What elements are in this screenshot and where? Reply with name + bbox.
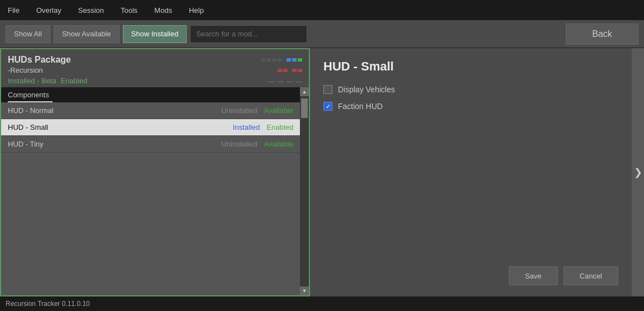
display-vehicles-label: Display Vehicles (338, 85, 395, 94)
option-row-display-vehicles: Display Vehicles (323, 85, 618, 94)
package-status-enabled: Enabled (61, 77, 88, 85)
component-avail-hud-normal: Available (264, 106, 293, 115)
faction-hud-label: Faction HUD (338, 102, 383, 111)
scroll-down-arrow[interactable]: ▼ (300, 286, 309, 295)
search-input[interactable] (190, 25, 307, 43)
display-vehicles-checkbox[interactable] (323, 85, 332, 94)
show-available-button[interactable]: Show Available (54, 25, 120, 43)
scroll-thumb[interactable] (301, 98, 308, 118)
menu-overlay[interactable]: Overlay (33, 4, 65, 17)
component-install-hud-normal: Uninstalled (221, 106, 257, 115)
component-name-hud-tiny: HUD - Tiny (8, 140, 221, 148)
component-avail-hud-small: Enabled (266, 123, 293, 131)
package-version-bars (261, 58, 302, 62)
package-dash-indicator: — — — — (269, 78, 302, 84)
menu-help[interactable]: Help (185, 4, 207, 17)
components-list: HUD - Normal Uninstalled Available HUD -… (1, 102, 300, 295)
left-scrollbar: ▲ ▼ (300, 87, 309, 295)
menu-session[interactable]: Session (75, 4, 107, 17)
action-buttons: Save Cancel (323, 266, 618, 285)
option-row-faction-hud: Faction HUD (323, 102, 618, 111)
detail-title: HUD - Small (323, 59, 618, 74)
component-avail-hud-tiny: Available (264, 140, 293, 148)
components-label: Components (8, 91, 49, 99)
package-sub-name: -Recursion (8, 66, 43, 74)
menu-bar: File Overlay Session Tools Mods Help (0, 0, 644, 20)
components-main: Components HUD - Normal Uninstalled Avai… (1, 87, 300, 295)
component-name-hud-small: HUD - Small (8, 123, 233, 131)
components-area: Components HUD - Normal Uninstalled Avai… (1, 87, 309, 295)
component-row-hud-normal[interactable]: HUD - Normal Uninstalled Available (1, 102, 300, 119)
show-installed-button[interactable]: Show Installed (123, 25, 187, 43)
components-section: Components HUD - Normal Uninstalled Avai… (1, 87, 300, 295)
left-panel: HUDs Package -Recursion (0, 48, 310, 296)
component-row-hud-tiny[interactable]: HUD - Tiny Uninstalled Available (1, 136, 300, 153)
package-sub-row: -Recursion (8, 66, 302, 74)
package-status-beta: Installed - Beta (8, 77, 56, 85)
package-header: HUDs Package -Recursion (1, 49, 309, 87)
menu-file[interactable]: File (4, 4, 23, 17)
package-name-row: HUDs Package (8, 55, 302, 65)
package-name: HUDs Package (8, 55, 71, 65)
status-text: Recursion Tracker 0.11.0.10 (6, 300, 90, 308)
save-button[interactable]: Save (509, 266, 558, 285)
component-name-hud-normal: HUD - Normal (8, 106, 221, 115)
right-panel: HUD - Small Display Vehicles Faction HUD… (310, 48, 632, 296)
menu-tools[interactable]: Tools (117, 4, 141, 17)
component-install-hud-tiny: Uninstalled (221, 140, 257, 148)
scroll-track (300, 96, 309, 286)
cancel-button[interactable]: Cancel (564, 266, 618, 285)
scroll-up-arrow[interactable]: ▲ (300, 87, 309, 96)
show-all-button[interactable]: Show All (6, 25, 50, 43)
components-header: Components (1, 87, 300, 102)
status-bar: Recursion Tracker 0.11.0.10 (0, 296, 644, 311)
content-area: HUDs Package -Recursion (0, 48, 644, 296)
toolbar: Show All Show Available Show Installed B… (0, 20, 644, 48)
component-row-hud-small[interactable]: HUD - Small Installed Enabled (1, 119, 300, 136)
faction-hud-checkbox[interactable] (323, 102, 332, 111)
component-install-hud-small: Installed (233, 123, 260, 131)
right-chevron-button[interactable]: ❯ (632, 48, 644, 296)
menu-mods[interactable]: Mods (151, 4, 175, 17)
main-area: Show All Show Available Show Installed B… (0, 20, 644, 296)
package-status-row: Installed - Beta Enabled — — — — (8, 77, 302, 85)
back-button[interactable]: Back (566, 23, 638, 45)
package-sub-bars (278, 69, 302, 72)
